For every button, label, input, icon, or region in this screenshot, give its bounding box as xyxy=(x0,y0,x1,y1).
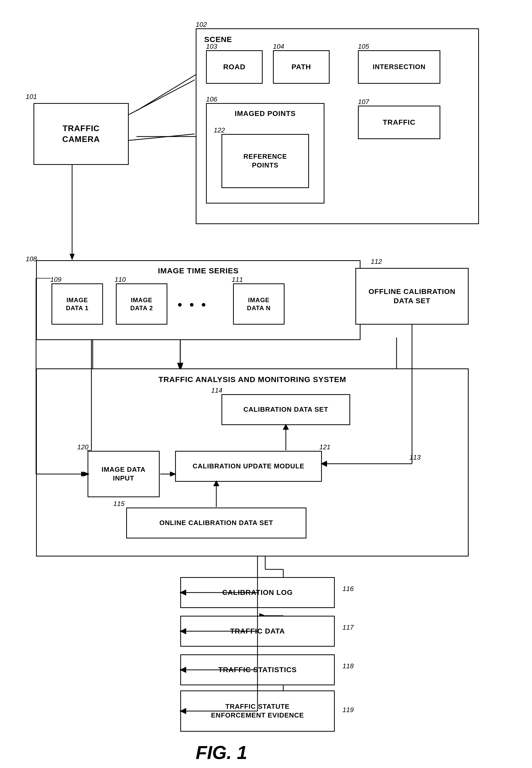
ref-106: 106 xyxy=(206,95,217,103)
intersection-box: INTERSECTION xyxy=(358,50,440,84)
ref-111: 111 xyxy=(232,276,243,284)
fig-label: FIG. 1 xyxy=(196,742,247,763)
ref-121: 121 xyxy=(319,443,330,451)
ref-108: 108 xyxy=(26,255,37,263)
image-data-n-box: IMAGE DATA N xyxy=(233,283,285,324)
cal-data-set-box: CALIBRATION DATA SET xyxy=(221,394,350,425)
reference-points-box: REFERENCE POINTS xyxy=(221,134,309,188)
ref-104: 104 xyxy=(273,42,284,50)
road-box: ROAD xyxy=(206,50,263,84)
online-cal-box: ONLINE CALIBRATION DATA SET xyxy=(126,508,306,539)
traffic-camera-box: TRAFFIC CAMERA xyxy=(33,103,129,165)
ref-114: 114 xyxy=(211,387,222,395)
ref-112: 112 xyxy=(371,258,382,266)
ref-113: 113 xyxy=(409,454,421,462)
svg-marker-1 xyxy=(70,254,75,260)
svg-line-2 xyxy=(136,75,196,111)
cal-log-box: CALIBRATION LOG xyxy=(180,577,335,608)
cal-update-box: CALIBRATION UPDATE MODULE xyxy=(175,451,322,482)
ref-110: 110 xyxy=(115,276,126,284)
ref-117: 117 xyxy=(342,624,354,632)
traffic-box: TRAFFIC xyxy=(358,106,440,139)
offline-cal-box: OFFLINE CALIBRATION DATA SET xyxy=(355,268,469,324)
svg-line-36 xyxy=(129,80,195,115)
ref-109: 109 xyxy=(50,276,61,284)
path-box: PATH xyxy=(273,50,330,84)
image-data-input-box: IMAGE DATA INPUT xyxy=(88,451,160,497)
ref-102: 102 xyxy=(196,21,207,29)
image-data-1-box: IMAGE DATA 1 xyxy=(52,283,103,324)
ref-119: 119 xyxy=(342,706,354,714)
ref-115: 115 xyxy=(113,500,124,508)
traffic-data-box: TRAFFIC DATA xyxy=(180,616,335,647)
ref-107: 107 xyxy=(358,98,369,106)
ref-118: 118 xyxy=(342,662,354,670)
diagram: 101 TRAFFIC CAMERA 102 SCENE 103 ROAD 10… xyxy=(0,0,532,768)
ref-120: 120 xyxy=(77,443,88,451)
ref-101: 101 xyxy=(26,93,37,101)
image-data-2-box: IMAGE DATA 2 xyxy=(116,283,167,324)
ref-122: 122 xyxy=(214,126,225,134)
ref-116: 116 xyxy=(342,585,354,593)
ref-103: 103 xyxy=(206,42,217,50)
svg-line-37 xyxy=(129,134,195,140)
ellipsis: • • • xyxy=(178,297,208,312)
traffic-stats-box: TRAFFIC STATISTICS xyxy=(180,654,335,685)
ref-105: 105 xyxy=(358,42,369,50)
traffic-statute-box: TRAFFIC STATUTE ENFORCEMENT EVIDENCE xyxy=(180,690,335,732)
